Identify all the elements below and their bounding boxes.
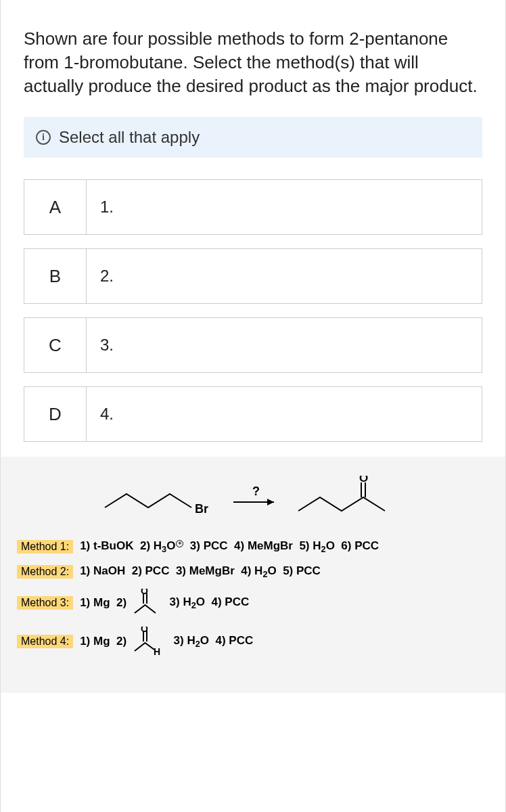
method-tag: Method 4: (17, 635, 73, 648)
option-c[interactable]: C 3. (24, 317, 482, 373)
option-letter: B (24, 249, 87, 303)
method-tag: Method 2: (17, 565, 73, 579)
option-letter: C (24, 318, 87, 372)
reaction-arrow-icon: ? (229, 486, 283, 513)
reactant-structure-icon: Br (98, 479, 220, 520)
option-b[interactable]: B 2. (24, 248, 482, 304)
method-1: Method 1: 1) t-BuOK 2) H3O+ 3) PCC 4) Me… (17, 539, 489, 554)
option-letter: A (24, 180, 87, 234)
svg-text:?: ? (252, 486, 260, 498)
info-icon: i (36, 130, 51, 145)
method-4: Method 4: 1) Mg 2) O H 3) H2O 4) PCC (17, 627, 489, 656)
svg-text:O: O (141, 627, 148, 634)
method-steps-tail: 3) H2O 4) PCC (167, 634, 253, 649)
option-d[interactable]: D 4. (24, 386, 482, 442)
svg-text:O: O (359, 476, 368, 484)
acetaldehyde-structure-icon: O H (131, 627, 163, 656)
method-2: Method 2: 1) NaOH 2) PCC 3) MeMgBr 4) H2… (17, 564, 489, 579)
options-list: A 1. B 2. C 3. D 4. (24, 179, 482, 442)
hint-banner: i Select all that apply (24, 117, 482, 158)
reaction-scheme: Br ? O (17, 476, 489, 523)
method-3: Method 3: 1) Mg 2) O 3) H2O 4) PCC (17, 589, 489, 617)
svg-text:O: O (141, 589, 148, 596)
product-structure-icon: O (293, 476, 408, 523)
option-label: 2. (87, 249, 482, 303)
method-steps: 1) t-BuOK 2) H3O+ 3) PCC 4) MeMgBr 5) H2… (80, 539, 379, 554)
option-letter: D (24, 387, 87, 441)
hint-text: Select all that apply (59, 128, 200, 147)
method-steps: 1) Mg 2) (80, 635, 127, 648)
method-tag: Method 1: (17, 540, 73, 554)
method-steps-tail: 3) H2O 4) PCC (163, 595, 249, 610)
option-label: 4. (87, 387, 482, 441)
question-text: Shown are four possible methods to form … (24, 27, 482, 98)
option-label: 1. (87, 180, 482, 234)
svg-text:H: H (154, 646, 160, 656)
methods-panel: Br ? O Method 1: 1) t-BuOK 2) H3O+ 3) PC… (1, 457, 505, 693)
svg-marker-3 (267, 499, 274, 505)
svg-text:Br: Br (195, 502, 208, 516)
method-tag: Method 3: (17, 596, 73, 610)
option-label: 3. (87, 318, 482, 372)
option-a[interactable]: A 1. (24, 179, 482, 235)
method-steps: 1) Mg 2) (80, 596, 127, 610)
acetone-structure-icon: O (131, 589, 159, 617)
method-steps: 1) NaOH 2) PCC 3) MeMgBr 4) H2O 5) PCC (80, 564, 321, 579)
